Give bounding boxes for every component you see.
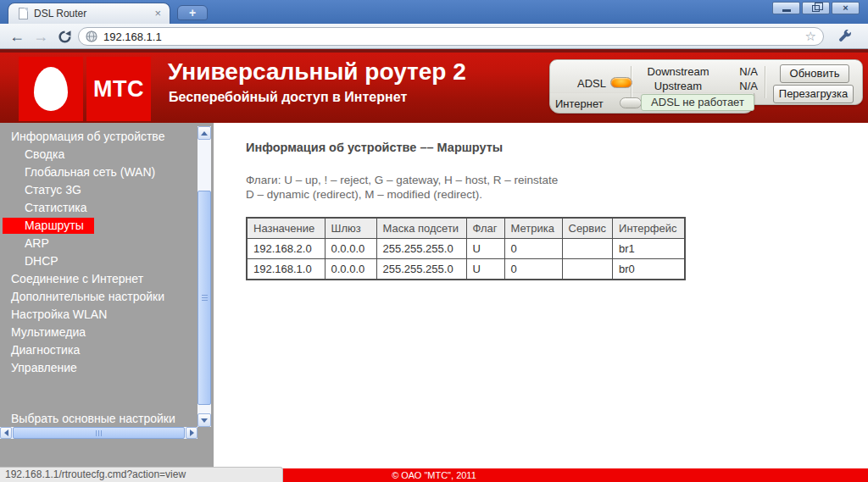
cell-subnet-mask: 255.255.255.0 (376, 259, 466, 280)
page-favicon-icon (19, 8, 28, 19)
cell-interface: br0 (613, 259, 685, 280)
sidebar-item-wlan-settings[interactable]: Настройка WLAN (0, 306, 214, 324)
sidebar-item-statistics[interactable]: Статистика (0, 199, 214, 217)
page-header: МТС Универсальный роутер 2 Бесперебойный… (0, 49, 868, 123)
minimize-button[interactable] (772, 2, 800, 14)
col-destination: Назначение (247, 218, 325, 239)
cell-flag: U (466, 239, 504, 259)
tab-close-icon[interactable]: × (153, 8, 163, 19)
mts-text-logo: МТС (86, 57, 151, 121)
col-metric: Метрика (504, 218, 562, 239)
internet-label: Интернет (555, 97, 604, 110)
back-button[interactable]: ← (7, 27, 27, 46)
scroll-right-button[interactable] (186, 427, 198, 439)
main-content: Информация об устройстве –– Маршруты Фла… (214, 123, 868, 468)
window-controls: × (772, 2, 860, 14)
adsl-led-indicator (610, 77, 632, 88)
sidebar-item-internet-connection[interactable]: Соединение с Интернет (0, 270, 214, 288)
cell-metric: 0 (504, 239, 562, 259)
nav-list: Информация об устройстве Сводка Глобальн… (0, 123, 214, 377)
sidebar-item-summary[interactable]: Сводка (0, 146, 214, 163)
cell-subnet-mask: 255.255.255.0 (376, 239, 466, 259)
page-title: Универсальный роутер 2 (168, 58, 466, 86)
cell-flag: U (466, 259, 504, 280)
cell-service (562, 239, 613, 259)
upstream-label: Upstream (631, 80, 726, 92)
scroll-left-button[interactable] (0, 427, 12, 439)
browser-tab[interactable]: DSL Router × (8, 3, 170, 24)
globe-icon (86, 30, 97, 42)
reload-icon (58, 30, 72, 44)
panel-divider (765, 66, 765, 98)
scroll-down-button[interactable] (198, 413, 211, 427)
arrow-right-icon (190, 429, 194, 436)
sidebar-item-dhcp[interactable]: DHCP (0, 252, 214, 270)
browser-toolbar: ← → 192.168.1.1 ☆ (0, 24, 868, 49)
cell-gateway: 0.0.0.0 (325, 239, 376, 259)
menu-wrench-button[interactable] (837, 29, 854, 44)
sidebar-item-diagnostics[interactable]: Диагностика (0, 341, 214, 359)
address-bar[interactable]: 192.168.1.1 ☆ (78, 27, 824, 46)
content-heading: Информация об устройстве –– Маршруты (246, 141, 868, 154)
adsl-status-panel: ADSL Downstream N/A Upstream N/A Обновит… (549, 59, 863, 114)
cell-interface: br1 (613, 239, 685, 259)
browser-window: DSL Router × + × ← → 192.168.1.1 ☆ (0, 0, 868, 482)
cell-service (562, 259, 613, 280)
col-flag: Флаг (466, 218, 504, 239)
restore-button[interactable] (802, 2, 830, 14)
adsl-status-message: ADSL не работает (641, 94, 754, 111)
table-header-row: Назначение Шлюз Маска подсети Флаг Метри… (247, 218, 685, 239)
wrench-icon (837, 29, 853, 44)
header-top-strip (0, 49, 868, 53)
mts-egg-logo (19, 57, 83, 121)
adsl-label: ADSL (559, 77, 606, 90)
downstream-value: N/A (724, 65, 758, 78)
sidebar-item-management[interactable]: Управление (0, 359, 214, 377)
table-row: 192.168.2.0 0.0.0.0 255.255.255.0 U 0 br… (247, 239, 685, 259)
sidebar-item-device-info[interactable]: Информация об устройстве (0, 128, 214, 146)
sidebar-vertical-scrollbar[interactable] (198, 126, 211, 427)
flags-line-2: D – dynamic (redirect), M – modified (re… (246, 187, 868, 202)
reboot-button[interactable]: Перезагрузка (773, 85, 854, 103)
new-tab-button[interactable]: + (177, 5, 208, 20)
col-subnet-mask: Маска подсети (376, 218, 466, 239)
sidebar-item-wan[interactable]: Глобальная сеть (WAN) (0, 163, 214, 181)
upstream-value: N/A (724, 80, 758, 92)
table-row: 192.168.1.0 0.0.0.0 255.255.255.0 U 0 br… (247, 259, 685, 280)
reload-button[interactable] (54, 27, 75, 46)
flags-legend: Флаги: U – up, ! – reject, G – gateway, … (246, 173, 868, 202)
arrow-down-icon (201, 418, 208, 423)
flags-line-1: Флаги: U – up, ! – reject, G – gateway, … (246, 173, 868, 187)
browser-titlebar: DSL Router × + × (0, 0, 868, 24)
page-subtitle: Бесперебойный доступ в Интернет (169, 90, 407, 105)
sidebar-item-3g-status[interactable]: Статус 3G (0, 181, 214, 199)
tab-title: DSL Router (34, 8, 153, 19)
arrow-up-icon (201, 131, 208, 136)
scroll-up-button[interactable] (198, 126, 211, 140)
horizontal-scroll-thumb[interactable] (13, 427, 185, 439)
bookmark-star-icon[interactable]: ☆ (805, 29, 816, 44)
sidebar-horizontal-scrollbar[interactable] (0, 427, 198, 439)
col-gateway: Шлюз (325, 218, 376, 239)
sidebar-item-advanced-settings[interactable]: Дополнительные настройки (0, 288, 214, 306)
cell-destination: 192.168.1.0 (247, 259, 325, 280)
url-text[interactable]: 192.168.1.1 (103, 30, 805, 43)
mts-logo-text: МТС (93, 76, 144, 102)
arrow-left-icon (4, 429, 8, 436)
sidebar-item-multimedia[interactable]: Мультимедиа (0, 324, 214, 341)
vertical-scroll-thumb[interactable] (198, 191, 211, 405)
sidebar-item-arp[interactable]: ARP (0, 235, 214, 252)
internet-led-indicator (620, 97, 642, 108)
cell-gateway: 0.0.0.0 (325, 259, 376, 280)
col-service: Сервис (562, 218, 613, 239)
close-button[interactable]: × (832, 2, 860, 14)
egg-icon (34, 67, 68, 111)
restore-icon (812, 5, 820, 12)
sidebar-nav: Информация об устройстве Сводка Глобальн… (0, 123, 214, 468)
sidebar-item-basic-settings[interactable]: Выбрать основные настройки (11, 412, 175, 425)
refresh-button[interactable]: Обновить (780, 64, 849, 83)
minimize-icon (782, 9, 791, 12)
routes-table: Назначение Шлюз Маска подсети Флаг Метри… (246, 217, 686, 280)
sidebar-item-routes-selected[interactable]: Маршруты (0, 217, 214, 235)
forward-button[interactable]: → (31, 27, 51, 46)
